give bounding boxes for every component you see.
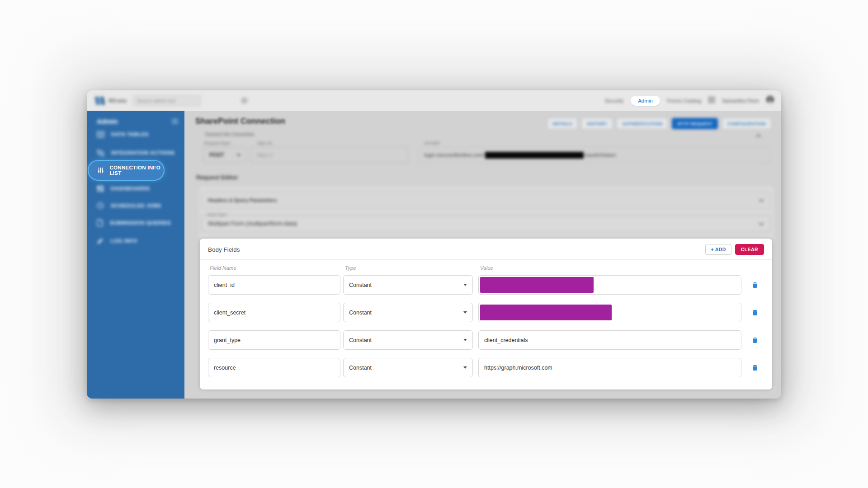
sidebar-item-scheduled-jobs[interactable]: SCHEDULED JOBS [87,197,184,215]
body-fields-panel: Body Fields + ADD CLEAR Field Name Type … [200,239,772,389]
table-icon [97,131,104,138]
app-window: Mirata Security Admin Forms Catalog [87,90,781,399]
sidebar-item-label: LOG INFO [111,238,137,244]
trash-icon [751,364,759,372]
logo-icon [94,96,106,105]
value-input[interactable] [478,330,741,350]
type-select[interactable]: Constant [343,275,473,295]
search-input[interactable] [133,95,201,106]
gear-icon[interactable] [241,97,248,104]
delete-row-button[interactable] [747,358,763,377]
alias-placeholder: https:// [257,152,273,158]
field-name-input[interactable] [208,330,340,350]
nav-forms-catalog[interactable]: Forms Catalog [667,98,701,103]
sidebar-header-label: Admin [97,117,118,125]
redacted-tenant-id [485,152,584,159]
delete-row-button[interactable] [747,275,763,295]
tab-details[interactable]: DETAILS [547,118,578,129]
user-avatar-icon[interactable] [766,96,774,105]
sidebar-item-label: INTEGRATION ACTIONS [111,150,175,155]
dashboard-icon [97,185,104,192]
page-title: SharePoint Connection [195,117,285,126]
body-type-value: Multipart Form (multipart/form-data) [208,221,297,227]
sliders-icon [98,167,104,174]
alias-label: Alias Url [257,141,272,145]
field-name-input[interactable] [208,303,340,322]
chevron-down-icon [463,366,467,369]
main-content: SharePoint Connection DETAILS HISTORY AU… [184,111,781,399]
type-select[interactable]: Constant [343,358,473,377]
url-path-field[interactable]: login.microsoftonline.com/ /oauth2/token [418,147,771,163]
add-button[interactable]: + ADD [705,244,731,255]
redacted-value-overlay [480,305,612,320]
alias-field[interactable]: https:// [251,147,408,163]
delete-row-button[interactable] [747,303,763,322]
column-headers: Field Name Type Value [200,265,772,271]
sidebar-item-integration-actions[interactable]: INTEGRATION ACTIONS [87,144,184,162]
sidebar-item-label: CONNECTION INFO LIST [109,165,164,176]
type-value: Constant [349,310,372,316]
chevron-down-icon [759,221,764,227]
sidebar-item-data-tables[interactable]: DATA TABLES [87,125,184,143]
headers-query-label: Headers & Query Parameters [208,197,277,203]
clear-button[interactable]: CLEAR [735,244,764,255]
apps-grid-icon[interactable] [708,97,715,105]
request-type-label: Request Type* [204,141,231,145]
chevron-down-icon [463,339,467,341]
delete-row-button[interactable] [747,330,763,350]
url-path-prefix: login.microsoftonline.com/ [424,152,484,158]
url-path-label: Url Path* [424,141,440,145]
sidebar: Admin DATA TABLES INTEGRATION ACTIONS [87,111,184,399]
type-value: Constant [349,282,372,288]
clock-icon [97,202,104,209]
type-select[interactable]: Constant [343,303,473,322]
tab-authentication[interactable]: AUTHENTICATION [617,118,668,129]
body-type-select[interactable]: Multipart Form (multipart/form-data) [201,215,771,232]
headers-query-accordion[interactable]: Headers & Query Parameters [201,192,771,209]
chevron-up-icon[interactable] [756,131,761,139]
type-value: Constant [349,365,372,371]
type-value: Constant [349,337,372,343]
sidebar-item-connection-info-list[interactable]: CONNECTION INFO LIST [88,160,165,181]
logo-text: Mirata [108,97,127,104]
sidebar-collapse-icon[interactable] [172,117,178,125]
sidebar-item-label: SUBMISSION QUERIES [110,220,171,225]
url-path-suffix: /oauth2/token [585,152,616,158]
top-bar: Mirata Security Admin Forms Catalog [87,90,781,111]
app-logo: Mirata [94,96,127,105]
body-field-row: Constant [208,303,764,322]
field-name-input[interactable] [208,358,340,377]
body-field-row: Constant [208,358,764,377]
general-section-label: General Info Connection [205,132,254,137]
trash-icon [751,309,759,317]
tab-configuration[interactable]: CONFIGURATION [722,118,771,129]
tab-http-request[interactable]: HTTP REQUEST [672,118,718,129]
integration-icon [97,150,104,156]
redacted-value-overlay [480,277,594,293]
sidebar-item-submission-queries[interactable]: SUBMISSION QUERIES [87,214,184,232]
nav-security[interactable]: Security [605,98,624,103]
value-input[interactable] [478,358,741,377]
type-select[interactable]: Constant [343,330,473,350]
trash-icon [751,281,759,289]
tab-bar: DETAILS HISTORY AUTHENTICATION HTTP REQU… [547,118,771,129]
column-type: Type [343,265,473,271]
chevron-down-icon [463,311,467,314]
chevron-down-icon [463,284,467,286]
body-field-row: Constant [208,330,764,350]
column-field-name: Field Name [208,265,340,271]
request-type-value: POST [209,152,224,158]
column-value: Value [478,265,741,271]
request-type-select[interactable]: POST [203,147,246,163]
nav-admin-active[interactable]: Admin [631,96,660,106]
pencil-icon [97,237,104,244]
request-editor-heading: Request Editor [196,174,238,181]
sidebar-item-log-info[interactable]: LOG INFO [87,232,184,250]
tab-history[interactable]: HISTORY [581,118,613,129]
sidebar-item-dashboards[interactable]: DASHBOARDS [87,179,184,197]
sidebar-item-label: SCHEDULED JOBS [111,203,161,208]
user-name: Samantha Flore [722,98,759,103]
field-name-input[interactable] [208,275,340,295]
body-field-row: Constant [208,275,764,295]
document-icon [97,219,103,226]
